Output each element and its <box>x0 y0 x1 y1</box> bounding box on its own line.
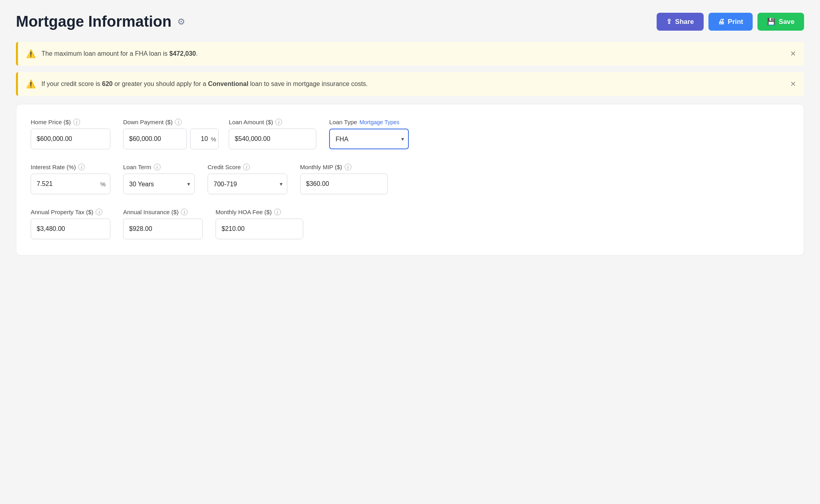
share-label: Share <box>675 18 694 26</box>
home-price-label-text: Home Price ($) <box>31 119 71 125</box>
field-annual-insurance: Annual Insurance ($) i <box>123 209 203 239</box>
credit-score-select[interactable]: 580-619 620-639 640-659 660-679 680-699 … <box>208 174 287 194</box>
loan-amount-input[interactable] <box>229 129 316 149</box>
monthly-mip-label: Monthly MIP ($) i <box>300 164 388 170</box>
credit-score-info-icon[interactable]: i <box>243 164 250 170</box>
field-home-price: Home Price ($) i <box>31 119 110 149</box>
monthly-mip-info-icon[interactable]: i <box>345 164 351 170</box>
home-price-label: Home Price ($) i <box>31 119 110 125</box>
form-row-2: Interest Rate (%) i % Loan Term i 10 Yea… <box>31 164 789 194</box>
home-price-input[interactable] <box>31 129 110 149</box>
interest-rate-info-icon[interactable]: i <box>78 164 85 170</box>
mortgage-form-card: Home Price ($) i Down Payment ($) i % Lo… <box>16 104 804 256</box>
field-annual-property-tax: Annual Property Tax ($) i <box>31 209 110 239</box>
field-loan-amount: Loan Amount ($) i <box>229 119 316 149</box>
alert-credit-text: If your credit score is 620 or greater y… <box>41 80 368 88</box>
annual-insurance-input[interactable] <box>123 219 203 239</box>
print-label: Print <box>728 18 743 26</box>
annual-property-tax-label: Annual Property Tax ($) i <box>31 209 110 215</box>
down-payment-label: Down Payment ($) i <box>123 119 216 125</box>
down-payment-info-icon[interactable]: i <box>175 119 182 125</box>
warning-icon: ⚠️ <box>26 49 36 59</box>
loan-amount-label: Loan Amount ($) i <box>229 119 316 125</box>
alert-credit-close[interactable]: ✕ <box>790 80 796 88</box>
annual-insurance-info-icon[interactable]: i <box>181 209 188 215</box>
interest-rate-input-wrap: % <box>31 174 110 194</box>
loan-type-select[interactable]: FHA Conventional VA USDA <box>329 129 409 149</box>
credit-score-label: Credit Score i <box>208 164 287 170</box>
gear-icon[interactable]: ⚙ <box>177 17 185 27</box>
monthly-hoa-input[interactable] <box>216 219 303 239</box>
save-icon: 💾 <box>767 18 775 26</box>
field-monthly-hoa: Monthly HOA Fee ($) i <box>216 209 303 239</box>
interest-rate-label-text[interactable]: Interest Rate (%) <box>31 164 76 170</box>
monthly-hoa-info-icon[interactable]: i <box>274 209 281 215</box>
annual-property-tax-info-icon[interactable]: i <box>96 209 102 215</box>
loan-amount-label-text: Loan Amount ($) <box>229 119 273 125</box>
down-payment-inputs: % <box>123 129 216 149</box>
field-loan-term: Loan Term i 10 Years 15 Years 20 Years 2… <box>123 164 195 194</box>
alert-fha: ⚠️ The maximum loan amount for a FHA loa… <box>16 42 804 66</box>
annual-property-tax-label-text: Annual Property Tax ($) <box>31 209 93 215</box>
field-loan-type: Loan Type Mortgage Types FHA Conventiona… <box>329 119 409 149</box>
loan-term-label-text: Loan Term <box>123 164 151 170</box>
loan-amount-info-icon[interactable]: i <box>275 119 282 125</box>
loan-term-info-icon[interactable]: i <box>154 164 161 170</box>
alert-credit: ⚠️ If your credit score is 620 or greate… <box>16 72 804 96</box>
warning-icon-2: ⚠️ <box>26 79 36 89</box>
share-button[interactable]: ⇪ Share <box>657 13 703 31</box>
share-icon: ⇪ <box>666 18 672 26</box>
field-interest-rate: Interest Rate (%) i % <box>31 164 110 194</box>
field-down-payment: Down Payment ($) i % <box>123 119 216 149</box>
header-buttons: ⇪ Share 🖨 Print 💾 Save <box>657 13 804 31</box>
credit-score-label-text[interactable]: Credit Score <box>208 164 241 170</box>
loan-type-select-wrap: FHA Conventional VA USDA ▾ <box>329 129 409 149</box>
mortgage-types-link[interactable]: Mortgage Types <box>359 119 399 125</box>
monthly-hoa-label: Monthly HOA Fee ($) i <box>216 209 303 215</box>
annual-insurance-label: Annual Insurance ($) i <box>123 209 203 215</box>
monthly-mip-input[interactable] <box>300 174 388 194</box>
down-payment-percent-input[interactable] <box>190 129 219 149</box>
form-row-1: Home Price ($) i Down Payment ($) i % Lo… <box>31 119 789 149</box>
alert-fha-close[interactable]: ✕ <box>790 49 796 58</box>
annual-insurance-label-text: Annual Insurance ($) <box>123 209 179 215</box>
interest-rate-label: Interest Rate (%) i <box>31 164 110 170</box>
down-payment-label-text: Down Payment ($) <box>123 119 173 125</box>
down-payment-input[interactable] <box>123 129 187 149</box>
interest-rate-input[interactable] <box>31 174 110 194</box>
save-label: Save <box>779 18 794 26</box>
field-credit-score: Credit Score i 580-619 620-639 640-659 6… <box>208 164 287 194</box>
field-monthly-mip: Monthly MIP ($) i <box>300 164 388 194</box>
header-left: Mortgage Information ⚙ <box>16 13 185 30</box>
save-button[interactable]: 💾 Save <box>757 13 804 31</box>
loan-type-label-text: Loan Type <box>329 119 357 125</box>
loan-type-label-row: Loan Type Mortgage Types <box>329 119 409 125</box>
print-button[interactable]: 🖨 Print <box>708 13 753 31</box>
monthly-hoa-label-text: Monthly HOA Fee ($) <box>216 209 272 215</box>
print-icon: 🖨 <box>718 18 725 26</box>
credit-score-select-wrap: 580-619 620-639 640-659 660-679 680-699 … <box>208 174 287 194</box>
page-title: Mortgage Information <box>16 13 172 30</box>
home-price-info-icon[interactable]: i <box>73 119 80 125</box>
annual-property-tax-input[interactable] <box>31 219 110 239</box>
loan-term-select[interactable]: 10 Years 15 Years 20 Years 25 Years 30 Y… <box>123 174 195 194</box>
monthly-mip-label-text: Monthly MIP ($) <box>300 164 342 170</box>
page-header: Mortgage Information ⚙ ⇪ Share 🖨 Print 💾… <box>16 13 804 31</box>
form-row-3: Annual Property Tax ($) i Annual Insuran… <box>31 209 789 239</box>
loan-term-label: Loan Term i <box>123 164 195 170</box>
loan-term-select-wrap: 10 Years 15 Years 20 Years 25 Years 30 Y… <box>123 174 195 194</box>
alert-fha-text: The maximum loan amount for a FHA loan i… <box>41 50 198 57</box>
